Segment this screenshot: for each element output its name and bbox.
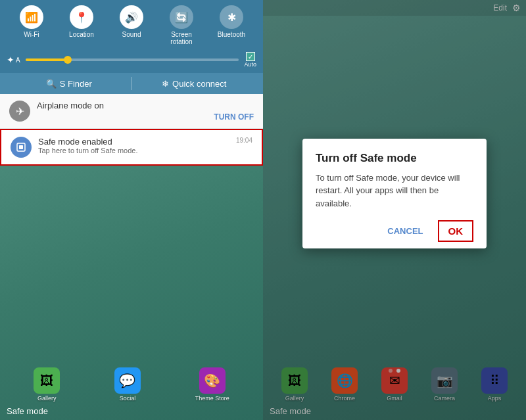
dialog-overlay: Turn off Safe mode To turn off Safe mode…	[263, 0, 526, 420]
airplane-notif-title: Airplane mode on	[37, 101, 254, 110]
rotation-icon: 🔄	[170, 5, 193, 29]
location-label: Location	[69, 31, 94, 38]
brightness-row: ✦A ✓ Auto	[7, 49, 256, 70]
sound-toggle[interactable]: 🔊 Sound	[112, 5, 151, 45]
s-finder-label: S Finder	[60, 79, 92, 89]
auto-checkbox: ✓	[246, 52, 255, 61]
safe-mode-notif-title: Safe mode enabled	[38, 137, 252, 147]
gallery-label-left: Gallery	[37, 395, 57, 402]
notification-panel: 📶 Wi-Fi 📍 Location 🔊 Sound 🔄 Screenrotat…	[0, 0, 263, 166]
quick-settings: 📶 Wi-Fi 📍 Location 🔊 Sound 🔄 Screenrotat…	[0, 0, 263, 73]
dialog-buttons: CANCEL OK	[316, 220, 473, 242]
left-phone-panel: 📶 Wi-Fi 📍 Location 🔊 Sound 🔄 Screenrotat…	[0, 0, 263, 420]
rotation-label: Screenrotation	[170, 31, 192, 45]
dialog-message: To turn off Safe mode, your device will …	[316, 172, 473, 210]
left-app-bar: 🖼 Gallery 💬 Social 🎨 Theme Store	[0, 367, 263, 402]
safe-mode-notif-content: Safe mode enabled Tap here to turn off S…	[38, 137, 252, 154]
safe-mode-notif-icon	[11, 137, 32, 158]
safe-mode-notif-time: 19:04	[236, 137, 252, 144]
brightness-slider[interactable]	[26, 58, 239, 61]
social-icon-left: 💬	[114, 367, 141, 394]
airplane-notification[interactable]: ✈ Airplane mode on TURN OFF	[0, 94, 263, 129]
svg-rect-1	[19, 145, 23, 149]
brightness-fill	[26, 58, 68, 61]
airplane-notif-content: Airplane mode on	[37, 101, 254, 110]
wifi-toggle[interactable]: 📶 Wi-Fi	[12, 5, 51, 45]
quick-connect-label: Quick connect	[172, 79, 226, 89]
airplane-notif-icon: ✈	[9, 101, 30, 122]
auto-label: Auto	[244, 61, 256, 68]
dialog-title: Turn off Safe mode	[316, 152, 473, 165]
rotation-toggle[interactable]: 🔄 Screenrotation	[162, 5, 201, 45]
theme-icon-left: 🎨	[199, 367, 226, 394]
brightness-icon: ✦A	[7, 55, 20, 65]
safe-mode-notification[interactable]: Safe mode enabled Tap here to turn off S…	[0, 129, 263, 166]
search-icon: 🔍	[46, 79, 57, 89]
brightness-auto: ✓ Auto	[244, 52, 256, 68]
right-phone-panel: Edit ⚙ 🖼 Gallery 🌐 Chrome ✉ Gmail 📷 Came…	[263, 0, 526, 420]
quick-icons-row: 📶 Wi-Fi 📍 Location 🔊 Sound 🔄 Screenrotat…	[7, 5, 256, 45]
social-app-left[interactable]: 💬 Social	[114, 367, 141, 402]
bluetooth-label: Bluetooth	[218, 31, 245, 38]
safe-mode-dialog: Turn off Safe mode To turn off Safe mode…	[302, 139, 487, 249]
cancel-button[interactable]: CANCEL	[379, 221, 431, 241]
location-icon: 📍	[70, 5, 93, 29]
theme-app-left[interactable]: 🎨 Theme Store	[195, 367, 229, 402]
turn-off-button[interactable]: TURN OFF	[214, 112, 254, 122]
gallery-app-left[interactable]: 🖼 Gallery	[34, 367, 60, 402]
quick-connect-button[interactable]: ❄ Quick connect	[132, 79, 257, 89]
quick-connect-icon: ❄	[162, 79, 169, 89]
ok-button[interactable]: OK	[438, 220, 474, 242]
sound-label: Sound	[122, 31, 141, 38]
bluetooth-toggle[interactable]: ✱ Bluetooth	[212, 5, 251, 45]
brightness-a: A	[16, 57, 20, 64]
wifi-label: Wi-Fi	[24, 31, 39, 38]
theme-label-left: Theme Store	[195, 395, 229, 402]
wifi-icon: 📶	[20, 5, 43, 29]
location-toggle[interactable]: 📍 Location	[62, 5, 101, 45]
gallery-icon-left: 🖼	[34, 367, 60, 394]
s-finder-button[interactable]: 🔍 S Finder	[7, 79, 132, 89]
notification-list: ✈ Airplane mode on TURN OFF Safe mode en…	[0, 94, 263, 166]
sound-icon: 🔊	[120, 5, 143, 29]
bluetooth-icon: ✱	[220, 5, 243, 29]
brightness-thumb	[64, 56, 72, 64]
left-footer-label: Safe mode	[7, 406, 48, 416]
safe-mode-notif-sub: Tap here to turn off Safe mode.	[38, 147, 252, 154]
social-label-left: Social	[120, 395, 136, 402]
search-row: 🔍 S Finder ❄ Quick connect	[0, 73, 263, 94]
